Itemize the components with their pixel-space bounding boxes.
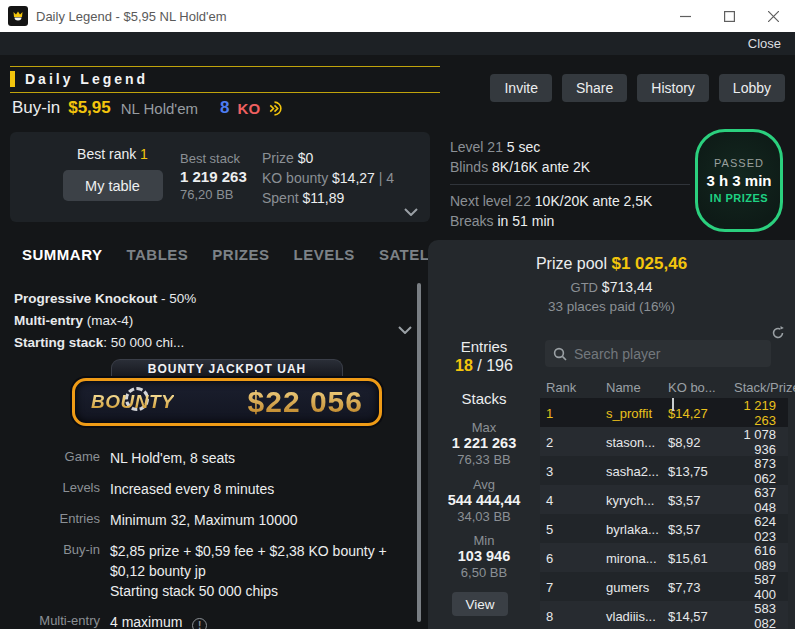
- gtd-label: GTD: [571, 280, 598, 295]
- invite-button[interactable]: Invite: [490, 74, 551, 102]
- window-title: Daily Legend - $5,95 NL Hold'em: [36, 9, 227, 24]
- game-type: NL Hold'em: [121, 100, 198, 117]
- cell-name: gumers: [606, 580, 668, 595]
- cell-rank: 1: [546, 406, 606, 421]
- col-ko-bounty: KO bo...: [668, 380, 734, 395]
- level-info: Level 21 5 sec Blinds 8K/16K ante 2K Nex…: [450, 137, 690, 231]
- summary-chevron-down-icon[interactable]: [398, 326, 412, 334]
- jackpot-amount: $22 056: [248, 385, 363, 419]
- refresh-icon[interactable]: [770, 325, 786, 341]
- game-value: NL Hold'em, 8 seats: [110, 448, 406, 468]
- app-logo-icon: [8, 6, 28, 26]
- bounty-logo: BOUNTY: [91, 391, 174, 413]
- cell-name: sasha2...: [606, 464, 668, 479]
- table-row[interactable]: 3 sasha2... $13,75 873 062: [540, 456, 788, 485]
- tab-tables[interactable]: TABLES: [126, 246, 188, 263]
- table-row[interactable]: 6 mirona... $15,61 616 089: [540, 543, 788, 572]
- share-button[interactable]: Share: [562, 74, 627, 102]
- entries-current: 18: [455, 357, 473, 374]
- cell-name: kyrych...: [606, 493, 668, 508]
- stacks-header: Stacks: [428, 390, 540, 407]
- lobby-tabs: SUMMARY TABLES PRIZES LEVELS SATELLITES: [22, 246, 474, 263]
- buyin-value: $5,95: [68, 98, 111, 118]
- tournament-details: Game NL Hold'em, 8 seats Levels Increase…: [12, 448, 416, 629]
- table-row[interactable]: 8 vladiiis... $14,57 583 082: [540, 601, 788, 629]
- close-button[interactable]: Close: [748, 36, 781, 51]
- blinds-value: 8K/16K ante 2K: [492, 159, 590, 175]
- maximize-icon[interactable]: [707, 0, 751, 32]
- cell-name: s_proffit: [606, 406, 668, 421]
- cell-stack: 1 219 263: [734, 398, 788, 428]
- stack-max-label: Max: [428, 420, 540, 435]
- col-rank: Rank: [546, 380, 606, 395]
- my-table-button[interactable]: My table: [63, 170, 163, 201]
- prize-panel: Prize pool $1 025,46 GTD $713,44 33 plac…: [428, 240, 795, 629]
- col-stack-prize: Stack/Prize: [734, 380, 795, 395]
- view-button[interactable]: View: [452, 592, 508, 616]
- cell-stack: 616 089: [734, 543, 788, 573]
- ko-bounty-count: | 4: [379, 170, 394, 186]
- summary-highlights: Progressive Knockout - 50% Multi-entry (…: [14, 288, 196, 354]
- entries-count: 18 / 196: [428, 357, 540, 375]
- table-scrollbar[interactable]: [672, 398, 674, 411]
- players-table-header: Rank Name KO bo... Stack/Prize: [540, 377, 788, 398]
- stack-min-value: 103 946: [428, 548, 540, 564]
- header-bottom-rule: [10, 92, 440, 93]
- cell-ko: $14,27: [668, 406, 734, 421]
- places-paid: 33 places paid (16%): [428, 299, 795, 314]
- cell-ko: $3,57: [668, 522, 734, 537]
- starting-stack-detail: Starting stack 50 000 chips: [110, 581, 406, 601]
- tab-summary[interactable]: SUMMARY: [22, 246, 102, 263]
- buyin-breakdown: $2,85 prize + $0,59 fee + $2,38 KO bount…: [110, 541, 406, 581]
- cell-rank: 6: [546, 551, 606, 566]
- tab-levels[interactable]: LEVELS: [294, 246, 355, 263]
- entries-value: Minimum 32, Maximum 10000: [110, 510, 406, 530]
- stack-avg-bb: 34,03 BB: [428, 509, 540, 524]
- close-window-icon[interactable]: [751, 0, 795, 32]
- spent-value: $11,89: [302, 190, 344, 206]
- prize-value: $0: [298, 150, 314, 166]
- header-top-rule: [10, 66, 440, 67]
- search-box: [545, 340, 771, 367]
- lobby-button[interactable]: Lobby: [719, 74, 785, 102]
- breaks-value: in 51 min: [497, 213, 554, 229]
- levels-value: Increased every 8 minutes: [110, 479, 406, 499]
- history-button[interactable]: History: [637, 74, 709, 102]
- info-icon[interactable]: !: [192, 618, 207, 629]
- cell-ko: $7,73: [668, 580, 734, 595]
- stack-max-bb: 76,33 BB: [428, 452, 540, 467]
- cell-name: byrlaka...: [606, 522, 668, 537]
- ko-badge: KO: [238, 100, 261, 117]
- cell-ko: $14,57: [668, 609, 734, 624]
- stack-min-label: Min: [428, 533, 540, 548]
- stats-chevron-down-icon[interactable]: [404, 208, 418, 216]
- next-level-value: 10K/20K ante 2,5K: [535, 193, 653, 209]
- buyin-label: Buy-in: [12, 98, 60, 118]
- multi-entry-label: Multi-entry: [14, 313, 83, 328]
- best-rank-label: Best rank: [77, 146, 136, 162]
- table-row[interactable]: 1 s_proffit $14,27 1 219 263: [540, 398, 788, 427]
- badge-time-value: 3 h 3 min: [706, 172, 771, 189]
- best-stack-label: Best stack: [180, 150, 247, 168]
- ko-bounty-label: KO bounty: [262, 170, 328, 186]
- ko-bounty-value: $14,27: [332, 170, 375, 186]
- next-level-label: Next level 22: [450, 193, 531, 209]
- buyin-detail-label: Buy-in: [12, 541, 100, 601]
- stack-min-bb: 6,50 BB: [428, 565, 540, 580]
- gtd-value: $713,44: [602, 279, 653, 295]
- starting-stack-value: : 50 000 chi...: [103, 335, 184, 350]
- table-row[interactable]: 4 kyrych... $3,57 637 048: [540, 485, 788, 514]
- stack-max-value: 1 221 263: [428, 435, 540, 451]
- tab-prizes[interactable]: PRIZES: [212, 246, 269, 263]
- table-row[interactable]: 5 byrlaka... $3,57 624 023: [540, 514, 788, 543]
- minimize-icon[interactable]: [663, 0, 707, 32]
- prize-pool-label: Prize pool: [536, 255, 607, 272]
- table-row[interactable]: 7 gumers $7,73 587 400: [540, 572, 788, 601]
- bounty-logo-text: BOUNTY: [91, 391, 174, 413]
- left-scrollbar[interactable]: [417, 283, 421, 622]
- table-row[interactable]: 2 stason... $8,92 1 078 936: [540, 427, 788, 456]
- best-stack-value: 1 219 263: [180, 168, 247, 186]
- bounty-jackpot-banner: BOUNTY JACKPOT UAH BOUNTY $22 056: [72, 359, 382, 426]
- search-input[interactable]: [574, 346, 754, 362]
- level-countdown: 5 sec: [507, 139, 540, 155]
